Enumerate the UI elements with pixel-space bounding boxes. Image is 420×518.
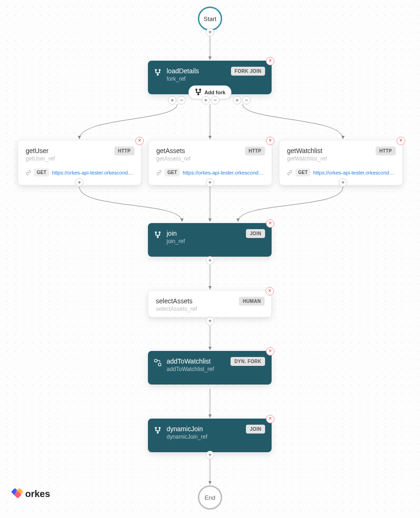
http-method: GET (295, 168, 311, 176)
http-row: GET https://orkes-api-tester.orkescondu.… (287, 168, 395, 176)
task-addtowatchlist[interactable]: addToWatchlist addToWatchlist_ref DYN. F… (148, 351, 272, 385)
add-after-selectassets[interactable] (206, 317, 214, 325)
fork-icon (154, 426, 162, 434)
brand-text: orkes (25, 489, 50, 499)
task-ref: getUser_ref (26, 155, 133, 162)
add-branch-button[interactable] (233, 96, 241, 105)
workflow-canvas[interactable]: Start loadDetails fork_ref FORK JOIN × A… (0, 0, 420, 518)
task-ref: getAssets_ref (156, 155, 264, 162)
http-url[interactable]: https://orkes-api-tester.orkescondu... (182, 170, 264, 175)
add-after-start[interactable] (206, 28, 214, 36)
delete-task-button[interactable]: × (397, 137, 405, 145)
http-row: GET https://orkes-api-tester.orkescondu.… (156, 168, 264, 176)
delete-task-button[interactable]: × (266, 287, 274, 295)
add-after-getwatchlist[interactable] (339, 178, 347, 187)
end-label: End (204, 494, 215, 501)
task-type-badge: JOIN (246, 425, 265, 434)
svg-rect-0 (154, 359, 157, 362)
delete-task-button[interactable]: × (266, 347, 274, 356)
task-ref: join_ref (167, 238, 264, 245)
svg-rect-1 (159, 364, 161, 366)
fork-icon (154, 68, 162, 77)
task-type-badge: HTTP (376, 147, 396, 155)
task-type-badge: JOIN (246, 229, 265, 238)
remove-branch-button[interactable] (177, 96, 186, 105)
task-ref: dynamicJoin_ref (167, 434, 264, 440)
add-branch-button[interactable] (168, 96, 176, 105)
http-method: GET (34, 168, 49, 176)
task-type-badge: HTTP (114, 147, 134, 155)
branch-1-controls (168, 96, 186, 105)
task-type-badge: FORK JOIN (231, 67, 265, 76)
delete-task-button[interactable]: × (266, 137, 274, 145)
add-after-getassets[interactable] (206, 178, 214, 187)
task-type-badge: HUMAN (239, 297, 265, 306)
fork-icon (154, 231, 162, 239)
task-join[interactable]: join join_ref JOIN × (148, 223, 272, 257)
task-dynamicjoin[interactable]: dynamicJoin dynamicJoin_ref JOIN × (148, 419, 272, 452)
start-label: Start (203, 15, 216, 22)
delete-task-button[interactable]: × (266, 415, 274, 423)
link-icon (26, 170, 31, 175)
fork-icon (195, 88, 202, 97)
remove-branch-button[interactable] (242, 96, 251, 105)
task-selectassets[interactable]: selectAssets selectAssets_ref HUMAN × (148, 290, 272, 317)
orkes-logo: orkes (12, 489, 50, 499)
http-url[interactable]: https://orkes-api-tester.orkescondu... (313, 170, 395, 175)
task-ref: fork_ref (167, 76, 264, 82)
end-node[interactable]: End (198, 485, 222, 510)
delete-task-button[interactable]: × (135, 137, 144, 145)
http-row: GET https://orkes-api-tester.orkescondu.… (26, 168, 133, 176)
branch-3-controls (233, 96, 251, 105)
task-type-badge: DYN. FORK (231, 357, 265, 366)
task-ref: getWatchlist_ref (287, 155, 395, 162)
link-icon (156, 170, 162, 175)
branch-2-controls (202, 96, 219, 105)
link-icon (287, 170, 293, 175)
add-fork-label: Add fork (204, 90, 225, 95)
task-type-badge: HTTP (245, 147, 265, 155)
remove-branch-button[interactable] (211, 96, 219, 105)
add-after-dynamicjoin[interactable] (206, 451, 214, 459)
http-method: GET (165, 168, 180, 176)
delete-task-button[interactable]: × (266, 57, 274, 65)
task-ref: addToWatchlist_ref (167, 366, 264, 372)
dynfork-icon (154, 358, 162, 367)
add-after-join[interactable] (206, 256, 214, 265)
task-ref: selectAssets_ref (156, 306, 264, 312)
delete-task-button[interactable]: × (266, 219, 274, 228)
add-after-getuser[interactable] (75, 178, 84, 187)
add-branch-button[interactable] (202, 96, 210, 105)
start-node[interactable]: Start (198, 7, 222, 31)
logo-mark (12, 489, 22, 499)
http-url[interactable]: https://orkes-api-tester.orkescondu... (52, 170, 133, 175)
